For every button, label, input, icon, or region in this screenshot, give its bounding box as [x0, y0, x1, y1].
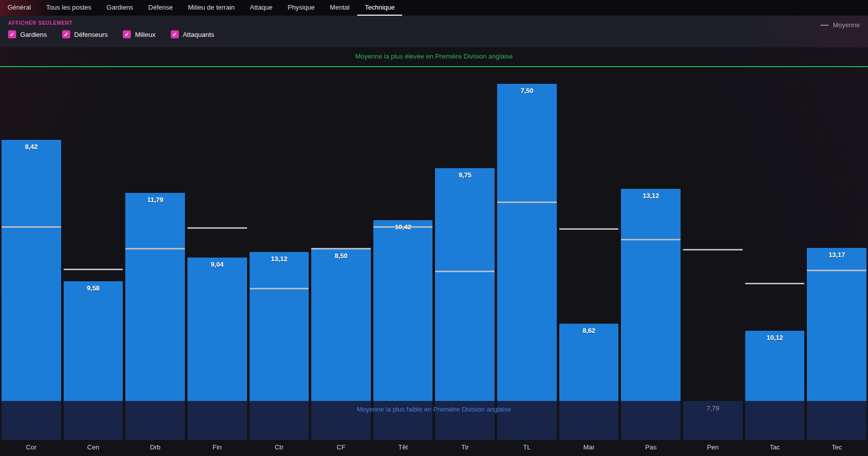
bar-cf[interactable]: [311, 249, 371, 401]
filter-checkbox-gardiens[interactable]: ✓Gardiens: [8, 30, 47, 38]
axis-label-cen: Cen: [64, 440, 123, 456]
app-window: GénéralTous les postesGardiensDéfenseMil…: [0, 0, 868, 456]
bar-value: 8,42: [2, 143, 61, 150]
axis-label-tec: Tec: [807, 440, 866, 456]
filter-checkbox-label: Défenseurs: [74, 31, 108, 38]
tab-technique[interactable]: Technique: [357, 0, 402, 16]
tab-mental[interactable]: Mental: [322, 0, 357, 16]
bar-ctr[interactable]: [250, 252, 309, 401]
bar-cor[interactable]: [2, 140, 61, 401]
average-line: [125, 248, 185, 249]
tab-physique[interactable]: Physique: [280, 0, 322, 16]
bar-column-cor: 8,42: [2, 67, 61, 401]
bar-value: 13,17: [807, 251, 866, 259]
checkbox-checked-icon[interactable]: ✓: [123, 30, 131, 38]
tab-attaque[interactable]: Attaque: [243, 0, 280, 16]
bar-value: 9,75: [435, 171, 495, 179]
bar-fin[interactable]: [187, 258, 247, 401]
bar-column-cf: 8,50: [311, 67, 371, 401]
footer-zone: Moyenne la plus faible en Première Divis…: [0, 401, 868, 440]
average-line: [683, 249, 743, 250]
bar-column-tet: 10,42: [373, 67, 433, 401]
bar-mar[interactable]: [559, 324, 619, 401]
bar-column-tac: 10,12: [745, 67, 805, 401]
bar-column-tec: 13,17: [807, 67, 866, 401]
bar-column-tir: 9,75: [435, 67, 495, 401]
filter-checkbox-attaquants[interactable]: ✓Attaquants: [171, 30, 214, 38]
bar-tir[interactable]: [435, 168, 495, 401]
filter-checkbox-label: Milieux: [135, 31, 155, 38]
axis-label-cor: Cor: [2, 440, 61, 456]
checkbox-checked-icon[interactable]: ✓: [171, 30, 179, 38]
bar-drb[interactable]: [125, 193, 185, 401]
axis-row: CorCenDrbFinCtrCFTêtTirTLMarPasPenTacTec: [0, 440, 868, 456]
bar-cen[interactable]: [64, 281, 123, 401]
average-line: [497, 201, 557, 203]
filter-bar: AFFICHER SEULEMENT ✓Gardiens✓Défenseurs✓…: [0, 16, 868, 47]
average-line: [435, 271, 495, 272]
average-line: [311, 248, 371, 249]
tab-gardiens[interactable]: Gardiens: [99, 0, 141, 16]
league-min-title: Moyenne la plus faible en Première Divis…: [0, 406, 868, 413]
axis-label-tir: Tir: [435, 440, 495, 456]
bar-value: 10,12: [745, 334, 805, 341]
bar-column-ctr: 13,12: [250, 67, 309, 401]
average-line: [250, 288, 309, 289]
axis-label-ctr: Ctr: [250, 440, 309, 456]
bar-value: 7,50: [497, 87, 557, 94]
bar-column-fin: 9,04: [187, 67, 247, 401]
bar-column-pas: 13,12: [621, 67, 681, 401]
plot-area: 8,429,5811,799,0413,128,5010,429,757,508…: [0, 67, 868, 401]
average-line-legend-icon: [821, 25, 829, 26]
axis-label-drb: Drb: [125, 440, 185, 456]
filter-group: AFFICHER SEULEMENT ✓Gardiens✓Défenseurs✓…: [8, 20, 214, 38]
average-line: [2, 226, 61, 228]
legend-label: Moyenne: [833, 21, 860, 29]
filter-checkbox-milieux[interactable]: ✓Milieux: [123, 30, 155, 38]
bar-value: 9,58: [64, 284, 123, 292]
axis-label-cf: CF: [311, 440, 371, 456]
bar-column-drb: 11,79: [125, 67, 185, 401]
average-line: [187, 227, 247, 229]
tab-tous-les-postes[interactable]: Tous les postes: [38, 0, 99, 16]
axis-label-mar: Mar: [559, 440, 619, 456]
bar-value: 8,50: [311, 252, 371, 260]
average-line: [807, 270, 866, 271]
bar-value: 13,12: [250, 255, 309, 263]
filter-title: AFFICHER SEULEMENT: [8, 20, 214, 26]
axis-label-tac: Tac: [745, 440, 805, 456]
filter-checkbox-label: Attaquants: [183, 31, 214, 38]
checkbox-checked-icon[interactable]: ✓: [8, 30, 16, 38]
axis-label-tet: Têt: [373, 440, 433, 456]
bar-tet[interactable]: [373, 220, 433, 401]
average-line: [621, 239, 681, 240]
league-max-title: Moyenne la plus élevée en Première Divis…: [0, 53, 868, 60]
bar-tl[interactable]: [497, 84, 557, 401]
bar-column-cen: 9,58: [64, 67, 123, 401]
bar-column-tl: 7,50: [497, 67, 557, 401]
bar-value: 9,04: [187, 261, 247, 268]
axis-label-tl: TL: [497, 440, 557, 456]
average-line: [64, 269, 123, 270]
average-line: [745, 283, 805, 284]
checkbox-checked-icon[interactable]: ✓: [62, 30, 70, 38]
bar-value: 13,12: [621, 192, 681, 199]
filter-checkbox-label: Gardiens: [20, 31, 47, 38]
bar-column-pen: [683, 67, 743, 401]
bar-pas[interactable]: [621, 189, 681, 401]
bar-value: 11,79: [125, 196, 185, 204]
axis-label-fin: Fin: [187, 440, 247, 456]
tab-milieu-de-terrain[interactable]: Milieu de terrain: [180, 0, 243, 16]
tab-general[interactable]: Général: [0, 0, 38, 16]
bar-value: 10,42: [373, 223, 433, 231]
tab-defense[interactable]: Défense: [141, 0, 180, 16]
legend-moyenne: Moyenne: [821, 21, 860, 29]
average-line: [559, 228, 619, 230]
axis-label-pas: Pas: [621, 440, 681, 456]
filter-checkbox-defenseurs[interactable]: ✓Défenseurs: [62, 30, 108, 38]
bar-column-mar: 8,62: [559, 67, 619, 401]
attribute-bar-chart: Moyenne la plus élevée en Première Divis…: [0, 47, 868, 456]
tab-bar: GénéralTous les postesGardiensDéfenseMil…: [0, 0, 868, 16]
bar-value: 8,62: [559, 327, 619, 334]
axis-label-pen: Pen: [683, 440, 743, 456]
